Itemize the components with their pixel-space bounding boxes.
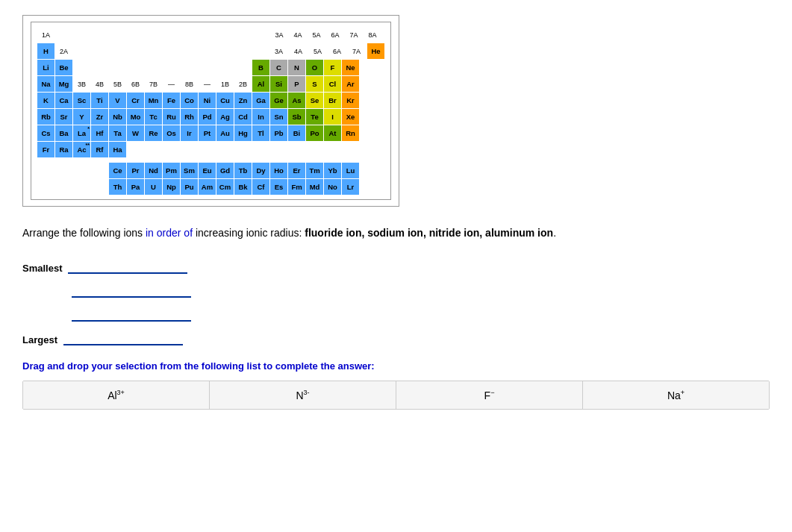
element-cell-Ne: Ne (342, 60, 359, 75)
element-cell-N: N (288, 60, 305, 75)
ordering-section: Smallest Largest (22, 256, 770, 345)
element-cell-Te: Te (306, 109, 323, 125)
element-cell-Ag: Ag (216, 109, 234, 125)
element-cell-Y: Y (73, 109, 90, 125)
element-cell-Po: Po (306, 125, 323, 141)
element-cell-Tl: Tl (252, 125, 269, 141)
element-cell-Ca: Ca (55, 93, 72, 108)
element-cell-B: B (252, 60, 269, 75)
element-cell-In: In (252, 109, 269, 125)
element-cell-He: He (367, 43, 384, 59)
element-cell-Cf: Cf (252, 179, 269, 195)
element-cell-Hg: Hg (234, 125, 252, 141)
element-cell-Rh: Rh (181, 109, 198, 125)
element-cell-F: F (324, 60, 341, 75)
element-cell-No: No (324, 179, 341, 195)
element-cell-Re: Re (145, 125, 162, 141)
element-cell-Ra: Ra (55, 142, 72, 157)
element-cell-Ha: Ha (109, 142, 126, 157)
element-cell-Ba: Ba (55, 125, 72, 141)
smallest-label: Smallest (22, 263, 62, 274)
element-cell-Pa: Pa (127, 179, 144, 195)
element-cell-Er: Er (288, 163, 305, 178)
element-cell-Lr: Lr (342, 179, 359, 195)
element-cell-Zr: Zr (91, 109, 108, 125)
element-cell-Rf: Rf (91, 142, 108, 157)
element-cell-Rb: Rb (37, 109, 54, 125)
element-cell-At: At (324, 125, 341, 141)
drag-option-na[interactable]: Na+ (583, 381, 769, 409)
question-text-part2: increasing ionic radius: (193, 227, 305, 239)
question-bold: fluoride ion, sodium ion, nitride ion, a… (305, 227, 553, 239)
element-cell-Lu: Lu (342, 163, 359, 178)
question-text-part1: Arrange the following ions (22, 227, 146, 239)
answer-line-2[interactable] (72, 280, 191, 298)
element-cell-Sm: Sm (181, 163, 198, 178)
element-cell-Sc: Sc (73, 93, 90, 108)
element-cell-Gd: Gd (216, 163, 234, 178)
element-cell-Ir: Ir (181, 125, 198, 141)
element-cell-Pu: Pu (181, 179, 198, 195)
element-cell-Ta: Ta (109, 125, 126, 141)
element-cell-Ti: Ti (91, 93, 108, 108)
question-end: . (553, 227, 556, 239)
element-cell-Rn: Rn (342, 125, 359, 141)
answer-line-4[interactable] (63, 328, 183, 345)
element-cell-W: W (127, 125, 144, 141)
element-cell-Xe: Xe (342, 109, 359, 125)
element-cell-Au: Au (216, 125, 234, 141)
element-cell-Yb: Yb (324, 163, 341, 178)
element-cell-Se: Se (306, 93, 323, 108)
element-cell-Cu: Cu (216, 93, 234, 108)
drag-option-f[interactable]: F− (396, 381, 583, 409)
element-cell-Np: Np (163, 179, 180, 195)
element-cell-Sb: Sb (288, 109, 305, 125)
element-cell-Si: Si (270, 76, 287, 92)
largest-label: Largest (22, 334, 57, 345)
drag-option-al3[interactable]: Al3+ (23, 381, 210, 409)
element-cell-Ge: Ge (270, 93, 287, 108)
element-cell-S: S (306, 76, 323, 92)
element-cell-Al: Al (252, 76, 269, 92)
element-cell-Ru: Ru (163, 109, 180, 125)
element-cell-Bi: Bi (288, 125, 305, 141)
element-cell-Fr: Fr (37, 142, 54, 157)
element-cell-Kr: Kr (342, 93, 359, 108)
element-cell-Li: Li (37, 60, 54, 75)
element-cell-Mg: Mg (55, 76, 72, 92)
answer-line-3[interactable] (72, 304, 191, 322)
element-cell-Bk: Bk (234, 179, 252, 195)
element-cell-Sn: Sn (270, 109, 287, 125)
element-cell-Co: Co (181, 93, 198, 108)
element-cell-H: H (37, 43, 54, 59)
drag-option-n3[interactable]: N3- (210, 381, 396, 409)
element-cell-O: O (306, 60, 323, 75)
element-cell-Pm: Pm (163, 163, 180, 178)
element-cell-Cr: Cr (127, 93, 144, 108)
element-cell-Cs: Cs (37, 125, 54, 141)
answer-line-1[interactable] (68, 256, 187, 274)
element-cell-Ar: Ar (342, 76, 359, 92)
element-cell-Mn: Mn (145, 93, 162, 108)
element-cell-Pd: Pd (199, 109, 216, 125)
periodic-table-container: 1A3A4A5A6A7A8AH2A3A4A5A6A7AHeLiBeBCNOFNe… (22, 15, 399, 207)
element-cell-Cm: Cm (216, 179, 234, 195)
element-cell-U: U (145, 179, 162, 195)
element-cell-Cl: Cl (324, 76, 341, 92)
element-cell-Br: Br (324, 93, 341, 108)
element-cell-Md: Md (306, 179, 323, 195)
element-cell-Zn: Zn (234, 93, 252, 108)
element-cell-Sr: Sr (55, 109, 72, 125)
element-cell-Ni: Ni (199, 93, 216, 108)
element-cell-Am: Am (199, 179, 216, 195)
element-cell-Tm: Tm (306, 163, 323, 178)
element-cell-Hf: Hf (91, 125, 108, 141)
element-cell-Ce: Ce (109, 163, 126, 178)
element-cell-Fm: Fm (288, 179, 305, 195)
element-cell-As: As (288, 93, 305, 108)
element-cell-Th: Th (109, 179, 126, 195)
element-cell-Pb: Pb (270, 125, 287, 141)
element-cell-Os: Os (163, 125, 180, 141)
question-highlight: in order of (146, 227, 193, 239)
element-cell-La: La* (73, 125, 90, 141)
